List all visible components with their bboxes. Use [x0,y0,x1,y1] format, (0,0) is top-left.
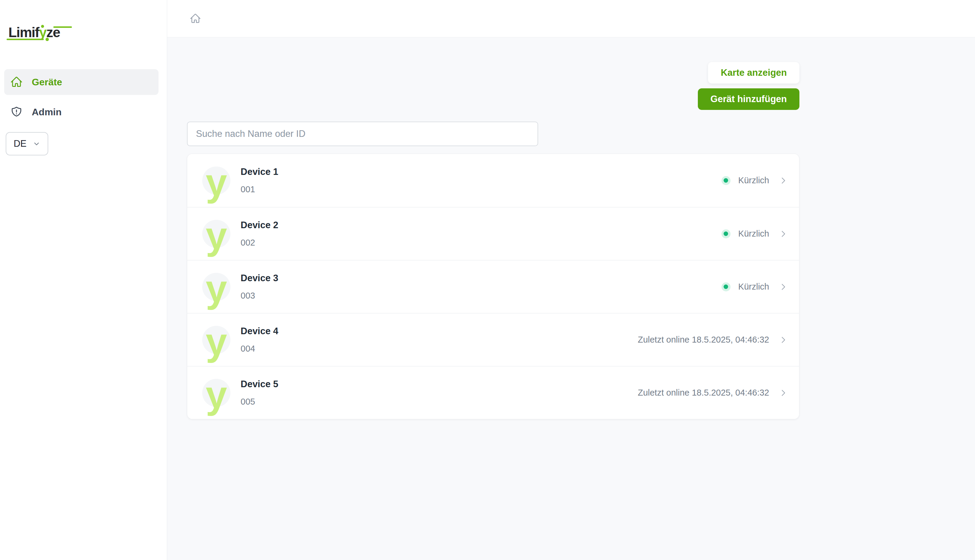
chevron-right-icon [779,335,788,344]
shield-exclamation-icon [10,106,23,118]
sidebar-item-admin[interactable]: Admin [4,99,159,125]
device-row[interactable]: y Device 2 002 Kürzlich [187,207,799,260]
logo-text-pre: Limif [8,25,39,40]
device-status: Kürzlich [738,282,769,292]
avatar-letter: y [205,277,227,300]
search-input[interactable] [187,122,538,146]
app-root: Limifyze Geräte Admin DE [0,0,975,560]
device-row[interactable]: y Device 3 003 Kürzlich [187,260,799,313]
device-avatar: y [202,220,230,248]
language-code: DE [13,138,27,149]
limifyze-logo: Limifyze [8,25,60,40]
device-status: Zuletzt online 18.5.2025, 04:46:32 [638,388,769,398]
sidebar: Limifyze Geräte Admin DE [0,0,167,560]
status-online-dot [721,176,731,185]
chevron-down-icon [33,140,40,148]
avatar-letter: y [205,170,227,194]
device-id: 005 [240,397,278,407]
device-row[interactable]: y Device 1 001 Kürzlich [187,154,799,207]
device-id: 002 [240,238,278,248]
topbar [167,0,975,37]
device-row[interactable]: y Device 5 005 Zuletzt online 18.5.2025,… [187,366,799,419]
avatar-letter: y [205,224,227,247]
breadcrumb-home-icon[interactable] [190,13,201,24]
add-device-button[interactable]: Gerät hinzufügen [698,88,800,110]
logo-bottom-line [7,38,44,40]
sidebar-item-label: Geräte [32,77,62,88]
home-icon [10,76,23,88]
device-name: Device 5 [240,379,278,390]
sidebar-nav: Geräte Admin [4,69,159,125]
device-row[interactable]: y Device 4 004 Zuletzt online 18.5.2025,… [187,313,799,366]
logo-top-line [53,27,72,28]
avatar-letter: y [205,330,227,353]
chevron-right-icon [779,282,788,292]
page-actions: Karte anzeigen Gerät hinzufügen [698,62,800,110]
sidebar-item-geraete[interactable]: Geräte [4,69,159,95]
device-avatar: y [202,379,230,407]
device-id: 003 [240,291,278,301]
show-map-button[interactable]: Karte anzeigen [708,62,800,83]
main-area: Karte anzeigen Gerät hinzufügen y Device… [167,0,975,560]
device-status: Kürzlich [738,229,769,239]
avatar-letter: y [205,383,227,407]
device-id: 004 [240,344,278,354]
device-avatar: y [202,326,230,354]
device-list: y Device 1 001 Kürzlich [187,153,800,419]
status-online-dot [721,282,731,292]
device-name: Device 1 [240,167,278,177]
device-name: Device 4 [240,326,278,337]
device-id: 001 [240,185,278,194]
status-online-dot [721,229,731,238]
chevron-right-icon [779,388,788,397]
device-status: Kürzlich [738,175,769,185]
chevron-right-icon [779,229,788,238]
device-name: Device 2 [240,220,278,231]
device-avatar: y [202,167,230,195]
device-status: Zuletzt online 18.5.2025, 04:46:32 [638,335,769,345]
device-avatar: y [202,273,230,301]
sidebar-item-label: Admin [32,107,62,118]
device-name: Device 3 [240,273,278,283]
chevron-right-icon [779,176,788,185]
language-selector[interactable]: DE [6,132,48,155]
logo-text-y: y [39,25,46,40]
content-area: Karte anzeigen Gerät hinzufügen y Device… [167,37,975,560]
